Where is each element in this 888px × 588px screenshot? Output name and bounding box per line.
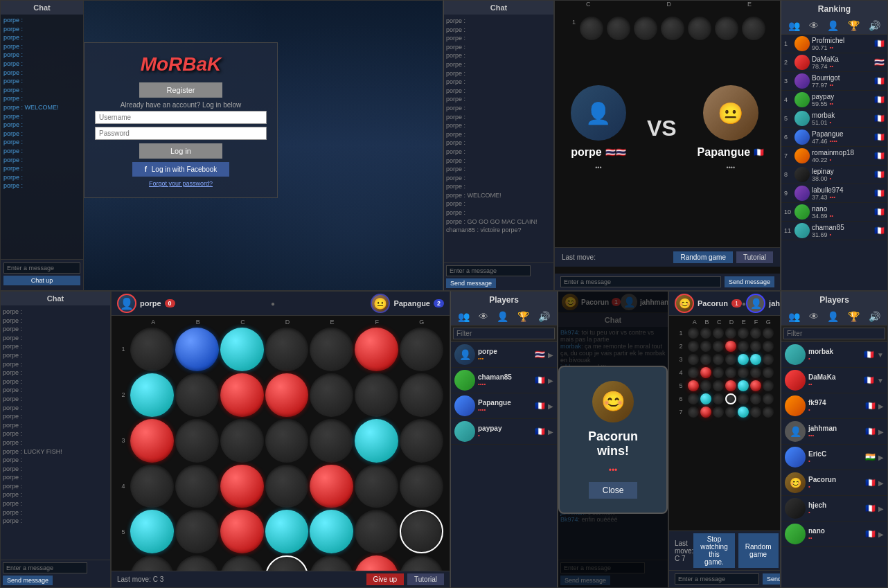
top-tutorial-button[interactable]: Tutorial [736, 251, 773, 263]
pr-expand-arrow[interactable]: ▼ [877, 351, 884, 359]
bc[interactable] [220, 510, 264, 553]
sound-icon[interactable]: 🔊 [869, 20, 880, 31]
bc[interactable] [310, 555, 353, 571]
pr-sound-icon[interactable]: 🔊 [869, 311, 880, 322]
users-icon[interactable]: 👥 [788, 20, 800, 31]
bc2 [700, 367, 711, 378]
bc[interactable] [130, 465, 174, 508]
bc[interactable] [220, 555, 264, 571]
br-last-move: Last move: C 7 [675, 540, 693, 562]
bc[interactable] [400, 328, 443, 371]
pr-expand-arrow[interactable]: ▶ [878, 428, 884, 436]
bc[interactable] [175, 373, 219, 417]
bc[interactable] [220, 465, 264, 508]
bottom-chat-send-button[interactable]: Send message [3, 576, 53, 585]
bc[interactable] [400, 510, 443, 553]
players-sound-icon[interactable]: 🔊 [538, 311, 550, 322]
pr-users-icon[interactable]: 👥 [788, 311, 800, 322]
bc[interactable] [130, 555, 174, 571]
give-up-button[interactable]: Give up [366, 573, 404, 585]
top-game-send-button[interactable]: Send message [725, 276, 774, 287]
br-game-send-button[interactable]: Send message [763, 573, 781, 585]
bc[interactable] [400, 373, 443, 417]
bc[interactable] [355, 555, 398, 571]
win-close-button[interactable]: Close [589, 482, 638, 499]
player-expand-arrow[interactable]: ▶ [548, 351, 553, 359]
pr-expand-arrow[interactable]: ▼ [877, 377, 884, 384]
bc[interactable] [175, 328, 219, 371]
bc[interactable] [355, 510, 398, 553]
register-button[interactable]: Register [139, 82, 222, 98]
pr-expand-arrow[interactable]: ▶ [878, 479, 884, 487]
players-right-filter-input[interactable] [783, 328, 885, 339]
bc[interactable] [400, 419, 443, 463]
bottom-chat-input[interactable] [3, 562, 87, 573]
bc[interactable] [265, 328, 309, 371]
bc[interactable] [265, 419, 309, 463]
eye-icon[interactable]: 👁 [809, 20, 819, 31]
bc[interactable] [265, 555, 309, 571]
bc[interactable] [355, 373, 398, 417]
player-expand-arrow[interactable]: ▶ [548, 402, 553, 410]
bc[interactable] [220, 419, 264, 463]
br-random-button[interactable]: Random game [738, 533, 779, 568]
bc[interactable] [130, 419, 174, 463]
player-expand-arrow[interactable]: ▶ [548, 428, 553, 436]
bc[interactable] [310, 510, 353, 553]
pr-expand-arrow[interactable]: ▶ [878, 531, 884, 538]
top-game-chat-input[interactable] [560, 276, 721, 287]
side-chat-send-button[interactable]: Chat up [3, 276, 80, 285]
top-chat-send-button[interactable]: Send message [446, 278, 496, 288]
stop-watching-button[interactable]: Stop watching this game. [693, 533, 734, 568]
bc[interactable] [265, 465, 309, 508]
top-random-button[interactable]: Random game [673, 251, 733, 263]
players-filter-input[interactable] [453, 328, 555, 339]
bc[interactable] [310, 419, 353, 463]
bc[interactable] [265, 510, 309, 553]
password-input[interactable] [95, 127, 267, 140]
bc[interactable] [130, 510, 174, 553]
forgot-password-link[interactable]: Forgot your password? [95, 180, 267, 187]
bc2 [763, 380, 774, 391]
pr-user-icon[interactable]: 👤 [827, 311, 839, 322]
bc[interactable] [355, 465, 398, 508]
players-eye-icon[interactable]: 👁 [479, 311, 488, 322]
bc[interactable] [400, 555, 443, 571]
bc2 [725, 341, 736, 352]
trophy-icon[interactable]: 🏆 [848, 20, 860, 31]
bc[interactable] [175, 555, 219, 571]
bc[interactable] [310, 373, 353, 417]
bc[interactable] [310, 465, 353, 508]
bc[interactable] [175, 465, 219, 508]
bc[interactable] [175, 419, 219, 463]
bc[interactable] [310, 328, 353, 371]
players-users-icon[interactable]: 👥 [458, 311, 470, 322]
top-chat-messages: porpe : porpe : porpe : porpe : porpe : … [444, 15, 553, 262]
pr-expand-arrow[interactable]: ▶ [878, 454, 884, 461]
pr-expand-arrow[interactable]: ▶ [878, 402, 884, 410]
side-chat-input[interactable] [3, 262, 80, 274]
players-user-icon[interactable]: 👤 [497, 311, 508, 322]
bottom-left-tutorial-button[interactable]: Tutorial [407, 573, 444, 585]
bc[interactable] [130, 328, 174, 371]
bc[interactable] [220, 328, 264, 371]
pr-eye-icon[interactable]: 👁 [809, 311, 819, 322]
bc[interactable] [355, 328, 398, 371]
top-chat-input[interactable] [446, 265, 531, 276]
bc[interactable] [265, 373, 309, 417]
facebook-login-button[interactable]: f Log in with Facebook [132, 162, 229, 177]
bc[interactable] [130, 373, 174, 417]
br-game-chat-input[interactable] [675, 573, 759, 585]
player-expand-arrow[interactable]: ▶ [548, 377, 553, 384]
bc[interactable] [400, 465, 443, 508]
login-button[interactable]: Log in [139, 143, 222, 159]
username-input[interactable] [95, 111, 267, 124]
user-icon[interactable]: 👤 [827, 20, 839, 31]
bc[interactable] [220, 373, 264, 417]
pr-expand-arrow[interactable]: ▶ [878, 505, 884, 513]
bc[interactable] [175, 510, 219, 553]
bc[interactable] [355, 419, 398, 463]
vs-player2-avatar: 😐 [703, 85, 758, 141]
pr-trophy-icon[interactable]: 🏆 [848, 311, 860, 322]
players-trophy-icon[interactable]: 🏆 [517, 311, 529, 322]
